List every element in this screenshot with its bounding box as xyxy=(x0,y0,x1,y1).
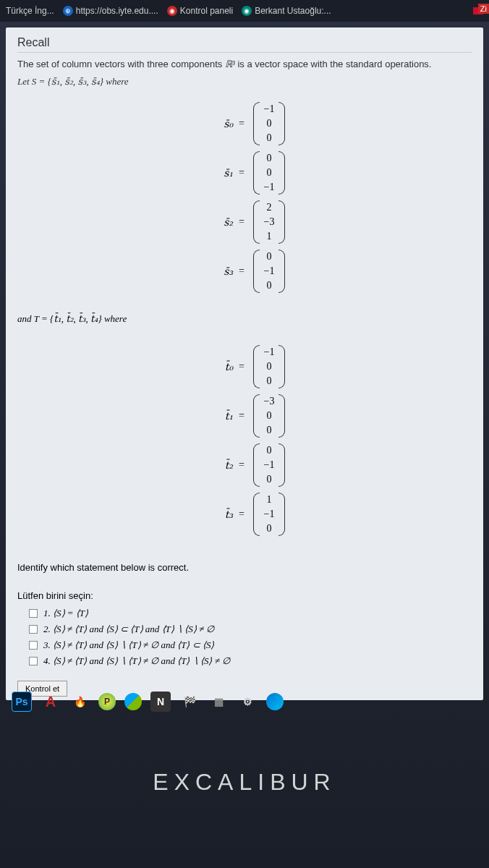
tab-label: Berkant Ustaoğlu:... xyxy=(255,6,331,16)
n-app-icon[interactable]: N xyxy=(150,692,171,712)
microsoft-icon[interactable] xyxy=(124,693,142,710)
tab-label: Türkçe İng... xyxy=(6,6,54,16)
option-2[interactable]: 2. ⟨S⟩ ≠ ⟨T⟩ and ⟨S⟩ ⊂ ⟨T⟩ and ⟨T⟩ ∖ ⟨S⟩… xyxy=(17,621,472,637)
instruction: Identify which statement below is correc… xyxy=(6,550,483,584)
question-box: Lütfen birini seçin: 1. ⟨S⟩ = ⟨T⟩ 2. ⟨S⟩… xyxy=(6,584,483,675)
let-s: Let S = {s̄₁, s̄₂, s̄₃, s̄₄} where xyxy=(17,76,472,88)
user-icon: ◉ xyxy=(242,6,252,16)
photoshop-icon[interactable]: Ps xyxy=(12,692,32,712)
tab-2[interactable]: ⊕ https://obs.iyte.edu.... xyxy=(63,6,158,16)
checkbox-icon[interactable] xyxy=(29,625,38,634)
browser-tabs: Türkçe İng... ⊕ https://obs.iyte.edu....… xyxy=(0,0,489,22)
question-prompt: Lütfen birini seçin: xyxy=(17,590,472,601)
gear-icon[interactable]: ⚙ xyxy=(237,692,258,712)
t-vectors: t̄₀ = −1 0 0 t̄₁ = −3 0 0 t̄₂ = 0 −1 0 xyxy=(6,345,483,536)
autocad-icon[interactable]: A xyxy=(41,692,61,712)
option-1[interactable]: 1. ⟨S⟩ = ⟨T⟩ xyxy=(17,605,472,621)
globe-icon: ⊕ xyxy=(63,6,73,16)
zi-badge: Zi xyxy=(478,4,489,14)
recall-text-1: The set of column vectors with three com… xyxy=(17,59,472,70)
checkbox-icon[interactable] xyxy=(29,609,38,618)
and-t: and T = {t̄₁, t̄₂, t̄₃, t̄₄} where xyxy=(6,307,483,331)
s-vectors: s̄₀ = −1 0 0 s̄₁ = 0 0 −1 s̄₂ = 2 −3 1 xyxy=(6,102,483,293)
option-3[interactable]: 3. ⟨S⟩ ≠ ⟨T⟩ and ⟨S⟩ ∖ ⟨T⟩ ≠ ∅ and ⟨T⟩ ⊂… xyxy=(17,637,472,653)
p-app-icon[interactable]: P xyxy=(98,693,116,710)
tab-label: Kontrol paneli xyxy=(180,6,233,16)
edge-icon[interactable] xyxy=(266,693,284,710)
tab-4[interactable]: ◉ Berkant Ustaoğlu:... xyxy=(242,6,331,16)
grid-icon[interactable]: ▦ xyxy=(208,692,229,712)
laptop-brand: EXCALIBUR xyxy=(0,769,489,796)
flame-icon[interactable]: 🔥 xyxy=(69,692,90,712)
tab-label: https://obs.iyte.edu.... xyxy=(76,6,158,16)
tab-3[interactable]: ◉ Kontrol paneli xyxy=(167,6,233,16)
recall-title: Recall xyxy=(17,36,472,53)
checkbox-icon[interactable] xyxy=(29,657,38,665)
checkbox-icon[interactable] xyxy=(29,641,38,650)
quiz-content: Recall The set of column vectors with th… xyxy=(6,27,483,700)
flag-icon[interactable]: 🏁 xyxy=(179,692,200,712)
option-4[interactable]: 4. ⟨S⟩ ≠ ⟨T⟩ and ⟨S⟩ ∖ ⟨T⟩ ≠ ∅ and ⟨T⟩ ∖… xyxy=(17,653,472,669)
taskbar: Ps A 🔥 P N 🏁 ▦ ⚙ xyxy=(6,687,483,716)
panel-icon: ◉ xyxy=(167,6,177,16)
tab-1[interactable]: Türkçe İng... xyxy=(6,6,54,16)
